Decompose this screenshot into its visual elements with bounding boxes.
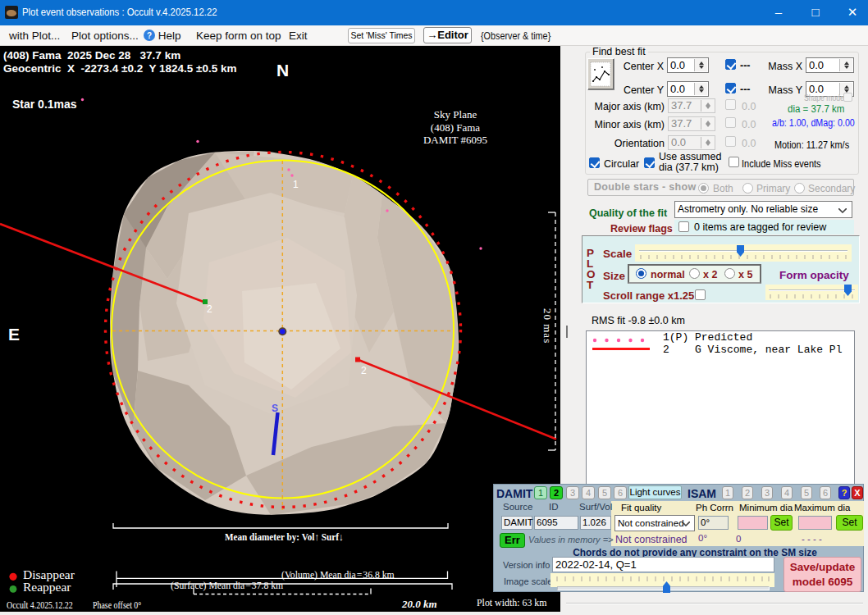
svg-text:?: ? — [147, 31, 152, 40]
svg-text:1: 1 — [293, 179, 299, 190]
svg-text:2: 2 — [361, 365, 367, 376]
svg-text:S: S — [272, 403, 278, 414]
svg-text:2: 2 — [207, 303, 212, 315]
